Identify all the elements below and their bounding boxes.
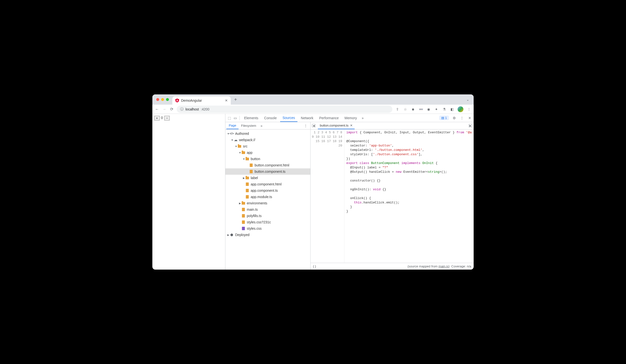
tree-webpack[interactable]: ▼☁webpack:// — [225, 137, 310, 143]
close-devtools-icon[interactable]: ✕ — [467, 116, 472, 120]
folder-icon — [241, 151, 245, 154]
tree-file-button-html[interactable]: button.component.html — [225, 162, 310, 168]
incognito-icon[interactable]: 👓 — [419, 107, 423, 111]
share-icon[interactable]: ⇪ — [395, 107, 400, 111]
tree-file-styles-q[interactable]: styles.css?231c — [225, 219, 310, 225]
toolbar-actions: ⇪ ☆ ☻ 👓 ◉ ✦ ⚗ ◧ ⋮ — [395, 106, 471, 112]
devtools-tabbar: ⬚ ▭ Elements Console Sources Network Per… — [225, 114, 474, 122]
tab-sources[interactable]: Sources — [280, 114, 297, 122]
navigator-menu-icon[interactable]: ⋮ — [304, 124, 309, 128]
device-toolbar-icon[interactable]: ▭ — [233, 116, 237, 120]
issues-badge[interactable]: ▤ 1 — [439, 115, 449, 120]
browser-window: A DemoAngular ✕ + ⌄ ← → ⟳ ⓘ localhost:42… — [152, 94, 474, 270]
tree-deployed[interactable]: ▶⬢Deployed — [225, 232, 310, 238]
labs-icon[interactable]: ⚗ — [442, 107, 446, 111]
minimize-window-button[interactable] — [161, 98, 164, 101]
new-tab-button[interactable]: + — [234, 97, 237, 103]
editor-tab[interactable]: button.component.ts ✕ — [318, 122, 355, 129]
coverage-text: Coverage: n/a — [451, 264, 471, 268]
url-port: :4200 — [201, 107, 209, 111]
line-gutter: 1 2 3 4 5 6 7 8 9 10 11 12 13 14 15 16 1… — [311, 129, 344, 263]
tree-environments[interactable]: ▶environments — [225, 200, 310, 206]
extension-icon-1[interactable]: ☻ — [411, 107, 415, 111]
navtab-page[interactable]: Page — [226, 122, 238, 129]
profile-avatar[interactable] — [458, 106, 464, 112]
decrement-button[interactable]: − — [164, 116, 170, 120]
back-button[interactable]: ← — [155, 107, 159, 111]
navtab-filesystem[interactable]: Filesystem — [238, 122, 259, 129]
editor-tabbar: ◀ button.component.ts ✕ ▶ — [311, 122, 474, 129]
tab-strip: A DemoAngular ✕ + ⌄ — [152, 94, 474, 105]
page-viewport: + 0 − — [152, 114, 225, 270]
sidepanel-icon[interactable]: ◧ — [450, 107, 454, 111]
traffic-lights — [154, 98, 169, 101]
angular-favicon-icon: A — [175, 99, 179, 103]
forward-button[interactable]: → — [162, 107, 166, 111]
folder-icon — [241, 201, 245, 205]
tab-overflow-button[interactable]: ⌄ — [466, 98, 472, 102]
tab-title: DemoAngular — [181, 99, 202, 103]
sources-navigator: Page Filesystem » ⋮ ▼</>Authored ▼☁webpa… — [225, 122, 311, 270]
maximize-window-button[interactable] — [166, 98, 169, 101]
reload-button[interactable]: ⟳ — [169, 107, 174, 111]
tree-file-app-ts[interactable]: app.component.ts — [225, 187, 310, 194]
tree-file-app-module[interactable]: app.module.ts — [225, 194, 310, 200]
pretty-print-icon[interactable]: { } — [313, 264, 316, 268]
close-tab-icon[interactable]: ✕ — [225, 99, 228, 103]
tree-src[interactable]: ▼src — [225, 143, 310, 149]
address-bar[interactable]: ⓘ localhost:4200 — [177, 106, 392, 113]
separator — [239, 116, 240, 120]
counter-value: 0 — [161, 116, 163, 120]
tree-authored[interactable]: ▼</>Authored — [225, 130, 310, 137]
browser-menu-icon[interactable]: ⋮ — [467, 107, 471, 111]
tab-network[interactable]: Network — [298, 114, 316, 122]
file-icon — [249, 163, 253, 167]
extension-icon-2[interactable]: ◉ — [427, 107, 431, 111]
tree-button-folder[interactable]: ▼button — [225, 156, 310, 162]
devtools-panel: ⬚ ▭ Elements Console Sources Network Per… — [225, 114, 474, 270]
navtab-more-icon[interactable]: » — [261, 124, 263, 128]
inspect-element-icon[interactable]: ⬚ — [227, 116, 232, 120]
site-info-icon[interactable]: ⓘ — [180, 107, 184, 111]
code-icon: </> — [230, 132, 234, 136]
file-icon — [241, 226, 245, 230]
toolbar: ← → ⟳ ⓘ localhost:4200 ⇪ ☆ ☻ 👓 ◉ ✦ ⚗ ◧ ⋮ — [152, 105, 474, 114]
source-map-link[interactable]: main.js — [439, 264, 449, 268]
navigator-tabbar: Page Filesystem » ⋮ — [225, 122, 310, 129]
code-area[interactable]: 1 2 3 4 5 6 7 8 9 10 11 12 13 14 15 16 1… — [311, 129, 474, 263]
increment-button[interactable]: + — [154, 116, 160, 120]
folder-icon — [245, 157, 249, 161]
tree-app[interactable]: ▼app — [225, 149, 310, 156]
close-window-button[interactable] — [156, 98, 159, 101]
editor-tab-label: button.component.ts — [320, 124, 349, 127]
tab-console[interactable]: Console — [262, 114, 279, 122]
collapse-navigator-icon[interactable]: ◀ — [312, 124, 315, 127]
settings-icon[interactable]: ⚙ — [452, 116, 457, 120]
cloud-icon: ☁ — [234, 138, 237, 142]
file-icon — [245, 182, 249, 186]
tree-file-polyfills[interactable]: polyfills.ts — [225, 213, 310, 219]
file-tree: ▼</>Authored ▼☁webpack:// ▼src ▼app ▼but… — [225, 129, 310, 270]
code-editor: ◀ button.component.ts ✕ ▶ 1 2 3 4 5 6 7 … — [311, 122, 474, 270]
tree-file-styles[interactable]: styles.css — [225, 225, 310, 232]
expand-debugger-icon[interactable]: ▶ — [469, 124, 472, 127]
browser-tab[interactable]: A DemoAngular ✕ — [172, 96, 231, 105]
bookmark-icon[interactable]: ☆ — [403, 107, 407, 111]
tree-file-app-html[interactable]: app.component.html — [225, 181, 310, 187]
editor-statusbar: { } (source mapped from main.js) Coverag… — [311, 263, 474, 270]
tab-memory[interactable]: Memory — [342, 114, 359, 122]
more-tabs-icon[interactable]: » — [360, 116, 365, 120]
devtools-menu-icon[interactable]: ⋮ — [460, 116, 464, 120]
tree-file-button-ts[interactable]: button.component.ts — [225, 168, 310, 175]
tree-file-main[interactable]: main.ts — [225, 206, 310, 213]
tab-elements[interactable]: Elements — [242, 114, 261, 122]
status-text: (source mapped from main.js) Coverage: n… — [407, 264, 471, 268]
close-editor-tab-icon[interactable]: ✕ — [350, 124, 353, 127]
devtools-body: Page Filesystem » ⋮ ▼</>Authored ▼☁webpa… — [225, 122, 474, 270]
file-icon — [245, 195, 249, 199]
tab-performance[interactable]: Performance — [317, 114, 341, 122]
extensions-icon[interactable]: ✦ — [434, 107, 439, 111]
issue-icon: ▤ — [441, 116, 444, 120]
tree-label-folder[interactable]: ▶label — [225, 175, 310, 181]
file-icon — [241, 220, 245, 224]
